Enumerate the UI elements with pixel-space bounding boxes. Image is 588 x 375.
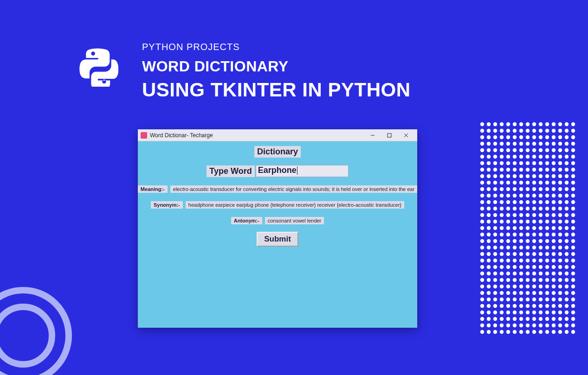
svg-point-322 (487, 259, 491, 262)
svg-point-18 (558, 122, 562, 126)
svg-point-282 (519, 239, 523, 243)
svg-point-69 (500, 148, 504, 152)
input-row: Type Word Earphone (138, 165, 417, 177)
svg-point-239 (532, 220, 536, 223)
svg-point-389 (532, 285, 536, 288)
svg-point-313 (526, 252, 530, 256)
svg-point-388 (526, 285, 530, 288)
svg-point-254 (532, 226, 536, 230)
svg-point-46 (545, 135, 549, 139)
svg-point-324 (500, 259, 504, 262)
svg-point-466 (545, 317, 549, 321)
svg-point-138 (558, 174, 562, 178)
svg-point-255 (539, 226, 543, 230)
svg-point-357 (519, 272, 523, 275)
svg-point-314 (532, 252, 536, 256)
svg-point-5 (0, 307, 52, 364)
svg-point-158 (493, 187, 497, 191)
svg-point-33 (558, 129, 562, 133)
svg-point-351 (480, 272, 484, 275)
svg-point-157 (487, 187, 491, 191)
svg-point-14 (532, 122, 536, 126)
svg-point-259 (565, 226, 569, 230)
svg-point-149 (532, 181, 536, 184)
svg-point-123 (558, 168, 562, 172)
svg-point-448 (526, 311, 530, 314)
svg-point-414 (500, 298, 504, 301)
svg-point-332 (552, 259, 556, 262)
minimize-button[interactable] (364, 130, 381, 141)
svg-point-356 (513, 272, 517, 275)
svg-point-492 (519, 330, 523, 334)
svg-point-109 (565, 161, 569, 165)
submit-button[interactable]: Submit (257, 232, 298, 247)
svg-point-249 (500, 226, 504, 230)
svg-point-230 (571, 213, 575, 217)
svg-point-438 (558, 304, 562, 308)
svg-point-175 (506, 194, 510, 197)
svg-point-194 (532, 200, 536, 204)
svg-point-6 (480, 122, 484, 126)
svg-point-421 (545, 298, 549, 301)
svg-point-132 (519, 174, 523, 178)
svg-point-464 (532, 317, 536, 321)
python-logo-icon (79, 47, 118, 87)
svg-point-27 (519, 129, 523, 133)
window-titlebar: Word Dictionar- Techarge (138, 129, 417, 141)
svg-point-92 (552, 155, 556, 159)
svg-point-174 (500, 194, 504, 197)
svg-point-228 (558, 213, 562, 217)
svg-point-470 (571, 317, 575, 321)
svg-point-238 (526, 220, 530, 223)
svg-point-288 (558, 239, 562, 243)
svg-point-212 (552, 207, 556, 210)
svg-point-374 (532, 278, 536, 282)
svg-point-220 (506, 213, 510, 217)
synonym-label: Synonym:- (151, 201, 183, 209)
svg-point-57 (519, 142, 523, 146)
svg-point-15 (539, 122, 543, 126)
svg-point-350 (571, 265, 575, 269)
svg-point-25 (506, 129, 510, 133)
svg-point-429 (500, 304, 504, 308)
svg-point-441 (480, 311, 484, 314)
svg-point-291 (480, 246, 484, 249)
svg-point-223 (526, 213, 530, 217)
decorative-rings-icon (0, 275, 93, 375)
svg-point-211 (545, 207, 549, 210)
svg-point-444 (500, 311, 504, 314)
maximize-button[interactable] (381, 130, 398, 141)
svg-point-72 (519, 148, 523, 152)
svg-point-307 (487, 252, 491, 256)
svg-point-10 (506, 122, 510, 126)
svg-point-99 (500, 161, 504, 165)
svg-point-451 (545, 311, 549, 314)
svg-point-111 (480, 168, 484, 172)
svg-point-287 (552, 239, 556, 243)
svg-point-20 (571, 122, 575, 126)
word-input[interactable]: Earphone (256, 165, 349, 177)
svg-point-54 (500, 142, 504, 146)
svg-point-298 (526, 246, 530, 249)
svg-point-163 (526, 187, 530, 191)
svg-point-485 (571, 324, 575, 327)
svg-point-118 (526, 168, 530, 172)
svg-point-172 (487, 194, 491, 197)
svg-point-77 (552, 148, 556, 152)
svg-point-489 (500, 330, 504, 334)
svg-point-326 (513, 259, 517, 262)
svg-point-145 (506, 181, 510, 184)
svg-point-110 (571, 161, 575, 165)
svg-point-342 (519, 265, 523, 269)
close-button[interactable] (398, 130, 414, 141)
svg-point-168 (558, 187, 562, 191)
svg-point-142 (487, 181, 491, 184)
svg-point-104 (532, 161, 536, 165)
svg-point-94 (565, 155, 569, 159)
svg-point-477 (519, 324, 523, 327)
svg-point-284 (532, 239, 536, 243)
svg-point-301 (545, 246, 549, 249)
svg-point-19 (565, 122, 569, 126)
svg-point-75 (539, 148, 543, 152)
svg-point-487 (487, 330, 491, 334)
